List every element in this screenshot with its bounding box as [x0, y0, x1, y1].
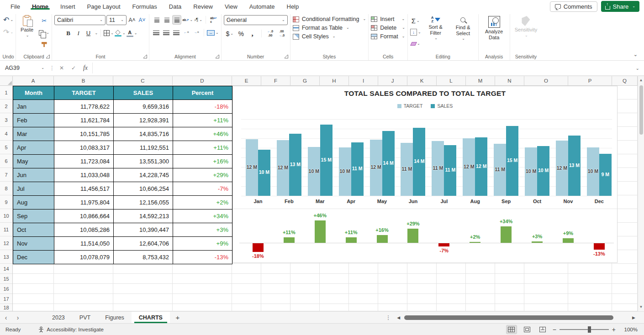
row-header-6[interactable]: 6 [0, 154, 12, 168]
value-cell[interactable]: 8,753,432 [114, 251, 173, 264]
value-cell[interactable]: 13,551,300 [114, 155, 173, 168]
clipboard-dialog-launcher[interactable] [46, 55, 50, 58]
month-cell[interactable]: Feb [13, 114, 54, 127]
value-cell[interactable]: 11,621,784 [54, 114, 114, 127]
percent-cell[interactable]: +11% [173, 141, 232, 155]
zoom-percentage[interactable]: 100% [620, 327, 638, 332]
decrease-indent-button[interactable]: ←≡ [182, 28, 191, 37]
sheet-tab-pvt[interactable]: PVT [72, 312, 98, 323]
value-cell[interactable]: 12,928,391 [114, 114, 173, 127]
row-header-10[interactable]: 10 [0, 209, 12, 223]
column-header-A[interactable]: A [13, 76, 54, 86]
value-cell[interactable]: 10,078,079 [54, 251, 114, 264]
scroll-up-arrow[interactable]: ▲ [638, 76, 644, 84]
vertical-scroll-thumb[interactable] [639, 85, 643, 135]
value-cell[interactable]: 10,151,785 [54, 127, 114, 141]
undo-button[interactable]: ↶⌄ [3, 15, 13, 25]
middle-align-button[interactable] [162, 15, 171, 25]
shrink-font-button[interactable]: A˅ [137, 16, 147, 25]
percent-cell[interactable]: +29% [173, 168, 232, 182]
menu-tab-home[interactable]: Home [26, 3, 54, 10]
column-header-H[interactable]: H [320, 76, 349, 86]
row-header-12[interactable]: 12 [0, 236, 12, 250]
column-header-F[interactable]: F [261, 76, 290, 86]
menu-tab-review[interactable]: Review [187, 3, 219, 10]
row-header-5[interactable]: 5 [0, 141, 12, 154]
value-cell[interactable]: 14,835,716 [114, 127, 173, 141]
sort-filter-button[interactable]: AZ Sort & Filter ⌄ [423, 15, 449, 41]
month-cell[interactable]: Dec [13, 251, 54, 264]
column-header-N[interactable]: N [495, 76, 524, 86]
comma-style-button[interactable]: , [248, 29, 257, 38]
menu-tab-page-layout[interactable]: Page Layout [81, 3, 127, 10]
column-header-I[interactable]: I [349, 76, 378, 86]
percent-cell[interactable]: +2% [173, 196, 232, 209]
column-header-P[interactable]: P [568, 76, 612, 86]
menu-tab-help[interactable]: Help [281, 3, 305, 10]
value-cell[interactable]: 10,085,286 [54, 223, 114, 237]
row-header-7[interactable]: 7 [0, 168, 12, 182]
row-header-17[interactable]: 17 [0, 294, 12, 304]
zoom-out-button[interactable]: − [553, 326, 556, 333]
menu-tab-insert[interactable]: Insert [54, 3, 81, 10]
cell-styles-button[interactable]: Cell Styles⌄ [293, 33, 336, 40]
select-all-corner[interactable] [0, 76, 13, 86]
value-cell[interactable]: 11,033,048 [54, 168, 114, 182]
value-cell[interactable]: 9,659,316 [114, 100, 173, 114]
column-header-B[interactable]: B [54, 76, 113, 86]
vertical-scrollbar[interactable]: ▲ ▼ [638, 76, 644, 311]
font-name-select[interactable]: Calibri⌄ [54, 15, 106, 25]
chart-object[interactable]: TOTAL SALES COMPARED TO TOTAL TARGET TAR… [232, 86, 618, 263]
insert-cells-button[interactable]: Insert⌄ [371, 16, 405, 22]
format-painter-button[interactable] [40, 40, 49, 49]
table-header-percent[interactable]: Percent [173, 86, 232, 100]
row-header-4[interactable]: 4 [0, 127, 12, 141]
menu-tab-view[interactable]: View [219, 3, 243, 10]
row-header-18[interactable]: 18 [0, 304, 12, 311]
value-cell[interactable]: 11,192,551 [114, 141, 173, 155]
accounting-format-button[interactable]: $⌄ [225, 29, 234, 38]
normal-view-button[interactable] [506, 325, 517, 334]
row-header-15[interactable]: 15 [0, 274, 12, 284]
grid-body[interactable]: MonthTARGETSALESPercentJan11,778,6229,65… [0, 86, 638, 311]
decrease-decimal-button[interactable]: .00 →.0 [277, 29, 286, 38]
name-box[interactable]: AG39 ⌄ [2, 63, 48, 73]
page-layout-view-button[interactable] [522, 325, 533, 334]
orientation-button[interactable]: ab↗⌄ [182, 15, 193, 25]
scroll-down-arrow[interactable]: ▼ [638, 303, 644, 310]
column-header-E[interactable]: E [232, 76, 261, 86]
fill-color-button[interactable]: ⌄ [115, 28, 126, 38]
value-cell[interactable]: 11,456,517 [54, 182, 114, 196]
font-dialog-launcher[interactable] [143, 55, 147, 58]
bottom-align-button[interactable] [172, 15, 181, 25]
row-header-13[interactable]: 13 [0, 250, 12, 264]
value-cell[interactable]: 11,778,622 [54, 100, 114, 114]
previous-sheet-button[interactable]: ‹ [0, 312, 12, 323]
row-header-8[interactable]: 8 [0, 182, 12, 195]
percent-cell[interactable]: +46% [173, 127, 232, 141]
formula-input[interactable] [92, 63, 631, 73]
collapse-ribbon-button[interactable]: ⌄ [633, 52, 638, 58]
value-cell[interactable]: 11,975,804 [54, 196, 114, 209]
scroll-left-arrow[interactable]: ◀ [396, 315, 401, 320]
merge-center-button[interactable]: ↔⌄ [207, 28, 219, 37]
data-table[interactable]: MonthTARGETSALESPercentJan11,778,6229,65… [13, 86, 232, 264]
align-right-button[interactable] [172, 28, 181, 37]
autosum-button[interactable]: Σ⌄ [411, 16, 420, 26]
column-header-L[interactable]: L [437, 76, 466, 86]
value-cell[interactable]: 14,592,213 [114, 209, 173, 223]
month-cell[interactable]: Apr [13, 141, 54, 155]
month-cell[interactable]: Jan [13, 100, 54, 114]
format-as-table-button[interactable]: Format as Table⌄ [293, 25, 349, 31]
bold-button[interactable]: B [64, 28, 73, 38]
value-cell[interactable]: 11,723,084 [54, 155, 114, 168]
paste-button[interactable]: Paste ⌄ [18, 15, 36, 38]
wrap-text-button[interactable]: ab↩c [209, 15, 218, 25]
menu-tab-formulas[interactable]: Formulas [127, 3, 163, 10]
percent-cell[interactable]: +16% [173, 155, 232, 168]
expand-formula-bar-button[interactable]: ⌄ [633, 66, 642, 71]
fill-button[interactable]: ↓⌄ [410, 27, 421, 37]
column-header-M[interactable]: M [466, 76, 495, 86]
value-cell[interactable]: 12,604,706 [114, 237, 173, 251]
comments-button[interactable]: Comments [550, 1, 597, 12]
